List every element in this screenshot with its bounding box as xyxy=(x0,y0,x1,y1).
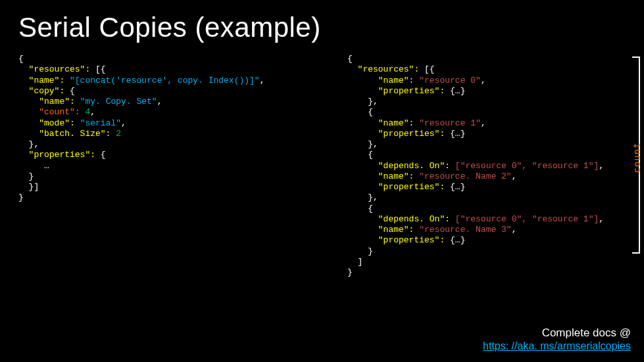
line: ["resource 0", "resource 1"] xyxy=(455,161,599,171)
line: { xyxy=(347,54,353,64)
line: [{ xyxy=(424,64,435,74)
line: , xyxy=(512,225,517,235)
line: { xyxy=(347,150,373,160)
line: , xyxy=(599,214,604,224)
line: "resource 1" xyxy=(419,118,481,128)
line: "name": xyxy=(18,97,80,106)
line: "properties": xyxy=(347,86,450,96)
line: } xyxy=(347,267,353,277)
line: ] xyxy=(347,257,362,267)
code-left: { "resources": [{ "name": "[concat('reso… xyxy=(18,54,334,204)
line: "properties": xyxy=(347,129,450,139)
line: } xyxy=(18,192,24,202)
line: , xyxy=(512,171,517,181)
line: "name": xyxy=(347,76,419,85)
line: "resource. Name 3" xyxy=(419,225,511,235)
line: { xyxy=(18,54,24,64)
line: }, xyxy=(18,139,39,149)
line: "name": xyxy=(18,76,70,85)
line: "resource. Name 2" xyxy=(419,171,511,181)
line: {…} xyxy=(450,86,465,96)
line: "count": xyxy=(18,107,85,117)
line: "serial" xyxy=(80,118,121,128)
line: "copy": xyxy=(18,86,70,96)
slide-title: Serial Copies (example) xyxy=(18,12,626,43)
line: { xyxy=(70,86,75,96)
line: … xyxy=(18,161,49,171)
line: , xyxy=(599,161,604,171)
line: {…} xyxy=(450,129,465,139)
line: } xyxy=(18,171,34,181)
code-right-column: { "resources": [{ "name": "resource 0", … xyxy=(347,54,626,278)
line: "mode": xyxy=(18,118,80,128)
line: }, xyxy=(347,139,378,149)
line: }] xyxy=(18,182,39,192)
code-right: { "resources": [{ "name": "resource 0", … xyxy=(347,54,626,278)
line: }, xyxy=(347,97,378,106)
line: , xyxy=(121,118,126,128)
footer: Complete docs @ https: //aka. ms/armseri… xyxy=(483,327,631,353)
line: "properties": xyxy=(347,235,450,245)
line: }, xyxy=(347,192,378,202)
line: {…} xyxy=(450,235,465,245)
line: "resources": xyxy=(347,64,424,74)
line: ["resource 0", "resource 1"] xyxy=(455,214,599,224)
line: "depends. On": xyxy=(347,161,455,171)
line: { xyxy=(101,150,106,160)
line: , xyxy=(481,118,486,128)
count-annotation: count xyxy=(631,142,641,173)
line: , xyxy=(157,97,162,106)
line: } xyxy=(347,246,373,256)
line: { xyxy=(347,204,373,214)
line: [{ xyxy=(95,64,106,74)
line: { xyxy=(347,107,373,117)
line: "depends. On": xyxy=(347,214,455,224)
footer-link[interactable]: https: //aka. ms/armserialcopies xyxy=(483,340,631,351)
line: "name": xyxy=(347,171,419,181)
line: {…} xyxy=(450,182,465,192)
footer-text: Complete docs @ xyxy=(542,327,631,339)
line: , xyxy=(260,76,265,85)
line: "name": xyxy=(347,225,419,235)
line: , xyxy=(90,107,95,117)
line: "resource 0" xyxy=(419,76,481,85)
code-left-column: { "resources": [{ "name": "[concat('reso… xyxy=(18,54,334,278)
line: , xyxy=(481,76,486,85)
code-columns: { "resources": [{ "name": "[concat('reso… xyxy=(18,54,626,278)
line: "name": xyxy=(347,118,419,128)
line: "my. Copy. Set" xyxy=(80,97,157,106)
line: "properties": xyxy=(347,182,450,192)
line: "batch. Size": xyxy=(18,129,116,139)
line: "properties": xyxy=(18,150,101,160)
line: 2 xyxy=(116,129,121,139)
slide-root: Serial Copies (example) { "resources": [… xyxy=(0,0,644,362)
line: "[concat('resource', copy. Index())]" xyxy=(70,76,260,85)
line: "resources": xyxy=(18,64,95,74)
